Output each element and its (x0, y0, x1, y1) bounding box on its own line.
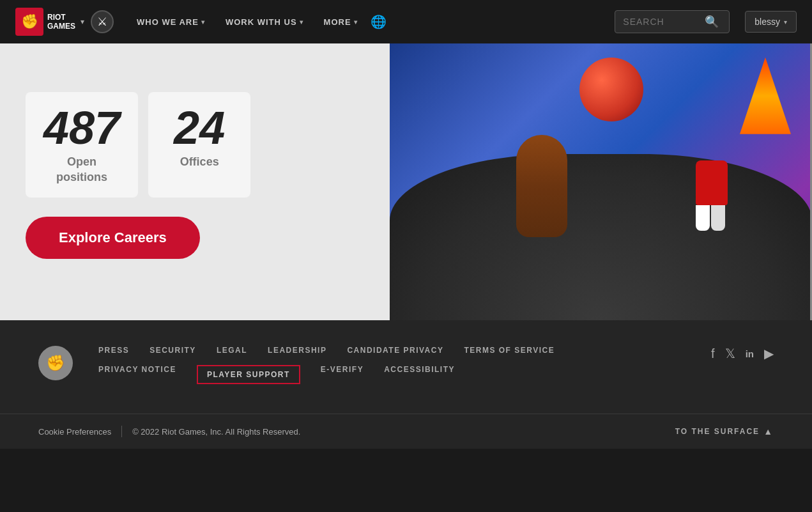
hero-left-panel: 487 Open positions 24 Offices Explore Ca… (0, 43, 390, 320)
logo-chevron-icon: ▾ (80, 17, 84, 26)
nav-chevron-icon: ▾ (201, 19, 205, 26)
footer-link-player-support[interactable]: PLAYER SUPPORT (197, 365, 300, 384)
footer-logo: ✊ (38, 346, 73, 380)
footer-links: PRESS SECURITY LEGAL LEADERSHIP CANDIDAT… (98, 346, 686, 394)
scene-rock (390, 154, 812, 320)
footer-bottom: Cookie Preferences © 2022 Riot Games, In… (38, 414, 774, 449)
footer: ✊ PRESS SECURITY LEGAL LEADERSHIP CANDID… (0, 320, 812, 449)
footer-link-accessibility[interactable]: ACCESSIBILITY (384, 365, 455, 384)
to-top-button[interactable]: TO THE SURFACE ▲ (675, 426, 774, 437)
twitter-icon[interactable]: 𝕏 (725, 346, 735, 361)
char-legs (696, 205, 728, 231)
footer-link-privacy-notice[interactable]: PRIVACY NOTICE (98, 365, 176, 384)
scene-character-annie (696, 160, 728, 237)
footer-link-leadership[interactable]: LEADERSHIP (268, 346, 326, 355)
footer-link-security[interactable]: SECURITY (149, 346, 196, 355)
cookie-preferences-link[interactable]: Cookie Preferences (38, 427, 111, 437)
scene-fire (740, 58, 791, 134)
char-leg-left (696, 205, 710, 231)
language-globe-icon[interactable]: 🌐 (371, 14, 387, 29)
riot-fist-logo: ✊ (15, 8, 43, 36)
user-chevron-icon: ▾ (784, 19, 787, 26)
scene-sphere (579, 58, 643, 121)
scene-character-bear (516, 135, 567, 237)
youtube-icon[interactable]: ▶ (764, 346, 774, 361)
search-input[interactable] (623, 17, 700, 27)
hero-section: 487 Open positions 24 Offices Explore Ca… (0, 43, 812, 320)
facebook-icon[interactable]: f (711, 346, 715, 361)
nav-chevron-icon: ▾ (300, 19, 303, 26)
up-arrow-icon: ▲ (763, 426, 774, 437)
offices-card: 24 Offices (148, 92, 250, 198)
footer-links-row-1: PRESS SECURITY LEGAL LEADERSHIP CANDIDAT… (98, 346, 686, 355)
footer-links-row-2: PRIVACY NOTICE PLAYER SUPPORT E-VERIFY A… (98, 365, 686, 384)
navbar: ✊ RIOT GAMES ▾ ⚔ WHO WE ARE ▾ WORK WITH … (0, 0, 812, 43)
user-menu-button[interactable]: blessy ▾ (745, 11, 797, 33)
social-icons: f 𝕏 in ▶ (711, 346, 774, 361)
main-content: 487 Open positions 24 Offices Explore Ca… (0, 43, 812, 449)
footer-link-press[interactable]: PRESS (98, 346, 129, 355)
linkedin-icon[interactable]: in (746, 348, 754, 359)
footer-link-legal[interactable]: LEGAL (217, 346, 247, 355)
open-positions-card: 487 Open positions (26, 92, 138, 198)
user-label: blessy (755, 17, 780, 27)
footer-vertical-divider (121, 426, 122, 437)
footer-link-e-verify[interactable]: E-VERIFY (321, 365, 364, 384)
copyright-text: © 2022 Riot Games, Inc. All Rights Reser… (132, 427, 300, 437)
open-positions-label: Open positions (43, 155, 120, 185)
char-leg-right (711, 205, 725, 231)
footer-link-candidate-privacy[interactable]: CANDIDATE PRIVACY (347, 346, 443, 355)
nav-chevron-icon: ▾ (354, 19, 358, 26)
footer-bottom-left: Cookie Preferences © 2022 Riot Games, In… (38, 426, 300, 437)
char-body (696, 160, 728, 205)
offices-label: Offices (166, 155, 233, 169)
nav-item-more[interactable]: MORE ▾ (316, 12, 365, 32)
footer-top: ✊ PRESS SECURITY LEGAL LEADERSHIP CANDID… (38, 346, 774, 414)
nav-item-work-with-us[interactable]: WORK WITH US ▾ (218, 12, 311, 32)
logo-group[interactable]: ✊ RIOT GAMES ▾ ⚔ (15, 8, 114, 36)
search-icon[interactable]: 🔍 (705, 15, 719, 29)
hero-image (390, 43, 812, 320)
explore-careers-button[interactable]: Explore Careers (26, 217, 200, 259)
logo-text: RIOT GAMES (47, 13, 75, 31)
open-positions-number: 487 (43, 105, 120, 151)
footer-link-terms[interactable]: TERMS OF SERVICE (464, 346, 555, 355)
nav-links: WHO WE ARE ▾ WORK WITH US ▾ MORE ▾ 🌐 (129, 12, 599, 32)
hero-right-panel (390, 43, 812, 320)
secondary-logo[interactable]: ⚔ (91, 10, 114, 33)
to-top-label: TO THE SURFACE (675, 427, 760, 436)
offices-number: 24 (166, 105, 233, 151)
search-bar[interactable]: 🔍 (615, 10, 730, 33)
stats-row: 487 Open positions 24 Offices (26, 92, 364, 198)
nav-item-who-we-are[interactable]: WHO WE ARE ▾ (129, 12, 213, 32)
